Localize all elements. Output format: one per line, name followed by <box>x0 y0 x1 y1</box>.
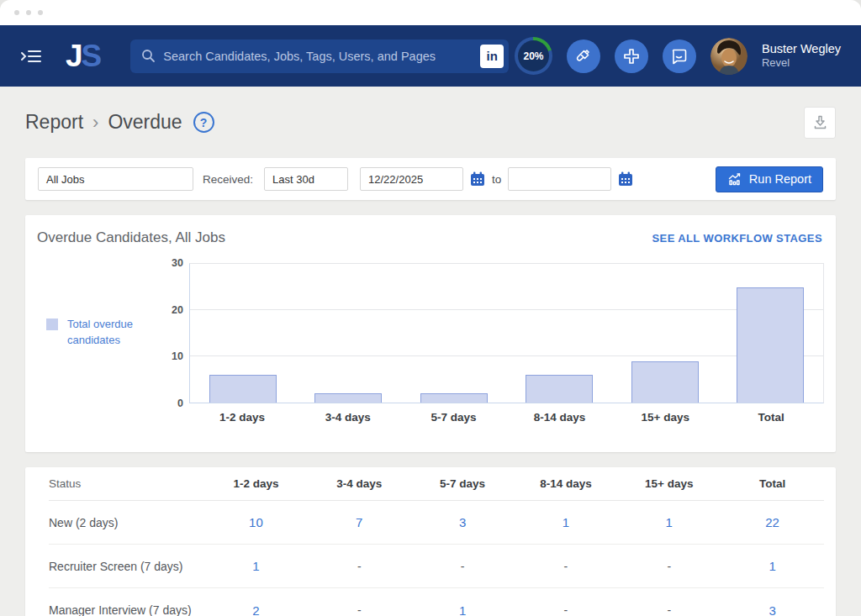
window-dot[interactable] <box>38 10 43 15</box>
x-tick-label: 3-4 days <box>295 411 401 424</box>
cell-count-link[interactable]: 7 <box>308 515 411 529</box>
cell-count-link[interactable]: 1 <box>411 603 515 616</box>
cell-empty: - <box>617 603 721 616</box>
window-dot[interactable] <box>26 10 31 15</box>
chat-bubble-icon <box>670 47 688 65</box>
chart-bars <box>190 264 823 403</box>
x-tick-label: Total <box>718 411 824 424</box>
breadcrumb-report[interactable]: Report <box>25 111 83 134</box>
see-all-workflow-stages-link[interactable]: SEE ALL WORKFLOW STAGES <box>652 232 822 245</box>
table-header-5-7-days: 5-7 days <box>411 477 515 490</box>
chart-bar-15+ days <box>631 361 699 403</box>
report-filter-bar: All Jobs Received: Last 30d to <box>25 158 836 200</box>
cell-count-link[interactable]: 10 <box>204 515 308 529</box>
row-status-label: Manager Interview (7 days) <box>49 603 204 616</box>
chart-bar-1-2 days <box>209 375 277 403</box>
run-report-button[interactable]: Run Report <box>716 166 823 192</box>
profile-progress-ring[interactable]: 20% <box>515 37 552 75</box>
linkedin-icon[interactable]: in <box>480 45 504 68</box>
user-avatar[interactable] <box>710 38 747 75</box>
table-row: Recruiter Screen (7 days)1----1 <box>49 545 824 588</box>
logo-letter-s: S <box>82 39 101 73</box>
date-range-select[interactable]: Last 30d <box>264 167 348 191</box>
table-header-total: Total <box>721 477 824 490</box>
search-icon <box>141 49 156 63</box>
table-header-8-14-days: 8-14 days <box>515 477 618 490</box>
top-navbar: JS in 20% <box>0 25 861 87</box>
row-status-label: Recruiter Screen (7 days) <box>49 560 204 573</box>
to-label: to <box>492 173 501 186</box>
y-tick-label: 10 <box>172 350 183 362</box>
progress-value: 20% <box>523 50 543 62</box>
cell-empty: - <box>515 560 618 573</box>
date-from-input[interactable] <box>360 167 463 191</box>
cell-empty: - <box>308 560 411 573</box>
overdue-chart-card: Overdue Candidates, All Jobs SEE ALL WOR… <box>25 215 836 452</box>
cell-count-link[interactable]: 3 <box>411 515 515 529</box>
date-to-input[interactable] <box>508 167 611 191</box>
logo-letter-j: J <box>66 39 82 73</box>
customize-button[interactable] <box>567 39 600 73</box>
cell-count-link[interactable]: 22 <box>721 515 824 529</box>
chart-y-axis: 0102030 <box>143 263 183 403</box>
table-header-3-4-days: 3-4 days <box>308 477 411 490</box>
cell-count-link[interactable]: 1 <box>721 559 824 573</box>
chart-bar-5-7 days <box>420 393 488 403</box>
breadcrumb-chevron-icon: › <box>92 112 98 134</box>
chart-bar-8-14 days <box>526 375 593 403</box>
user-name: Buster Wegley <box>762 41 841 57</box>
calendar-icon[interactable] <box>469 171 486 187</box>
x-tick-label: 5-7 days <box>401 411 507 424</box>
cell-count-link[interactable]: 3 <box>721 603 824 616</box>
navbar-actions: 20% <box>515 37 841 75</box>
x-tick-label: 1-2 days <box>189 411 295 424</box>
messages-button[interactable] <box>663 39 696 73</box>
chart-bar-slot <box>612 264 718 403</box>
table-header-row: Status1-2 days3-4 days5-7 days8-14 days1… <box>49 467 824 501</box>
collapse-menu-icon[interactable] <box>20 48 42 65</box>
table-header-15-days: 15+ days <box>617 477 721 490</box>
cell-count-link[interactable]: 1 <box>204 559 308 573</box>
app-window: JS in 20% <box>0 0 861 616</box>
cell-empty: - <box>308 603 411 616</box>
cell-empty: - <box>515 603 618 616</box>
search-input[interactable] <box>163 50 480 63</box>
cell-count-link[interactable]: 2 <box>204 603 308 616</box>
page-header: Report › Overdue ? <box>25 87 836 158</box>
table-body: New (2 days)10731122Recruiter Screen (7 … <box>49 501 824 616</box>
cell-empty: - <box>411 560 515 573</box>
paintbrush-icon <box>574 47 592 65</box>
cell-count-link[interactable]: 1 <box>617 515 721 529</box>
chart-bar-slot <box>190 264 296 403</box>
export-report-button[interactable] <box>804 107 836 139</box>
report-page: Report › Overdue ? All Jobs Received: La… <box>0 87 861 616</box>
jobs-filter-select[interactable]: All Jobs <box>38 167 193 191</box>
help-icon[interactable]: ? <box>193 112 214 133</box>
cell-empty: - <box>617 560 721 573</box>
cell-count-link[interactable]: 1 <box>515 515 618 529</box>
user-info[interactable]: Buster Wegley Revel <box>762 41 841 71</box>
chart-bar-slot <box>718 264 824 403</box>
window-dot[interactable] <box>14 10 19 15</box>
chart-bar-slot <box>401 264 507 403</box>
chart-bar-slot <box>296 264 402 403</box>
global-search-bar[interactable]: in <box>130 39 509 73</box>
chart-bar-3-4 days <box>314 393 382 403</box>
table-row: Manager Interview (7 days)2-1--3 <box>49 588 824 616</box>
table-header-status: Status <box>49 477 204 490</box>
y-tick-label: 30 <box>172 257 183 269</box>
add-button[interactable] <box>615 39 648 73</box>
report-chart-icon <box>727 171 742 187</box>
app-logo[interactable]: JS <box>66 40 100 71</box>
plus-icon <box>622 47 641 66</box>
chart-plot <box>189 263 824 403</box>
received-label: Received: <box>203 173 253 186</box>
table-row: New (2 days)10731122 <box>49 501 824 545</box>
legend-label: Total overdue candidates <box>67 317 151 349</box>
calendar-icon[interactable] <box>617 171 634 187</box>
download-icon <box>812 114 828 130</box>
row-status-label: New (2 days) <box>49 516 204 529</box>
chart-header: Overdue Candidates, All Jobs SEE ALL WOR… <box>25 215 836 246</box>
y-tick-label: 0 <box>177 398 183 409</box>
chart-bar-slot <box>507 264 613 403</box>
